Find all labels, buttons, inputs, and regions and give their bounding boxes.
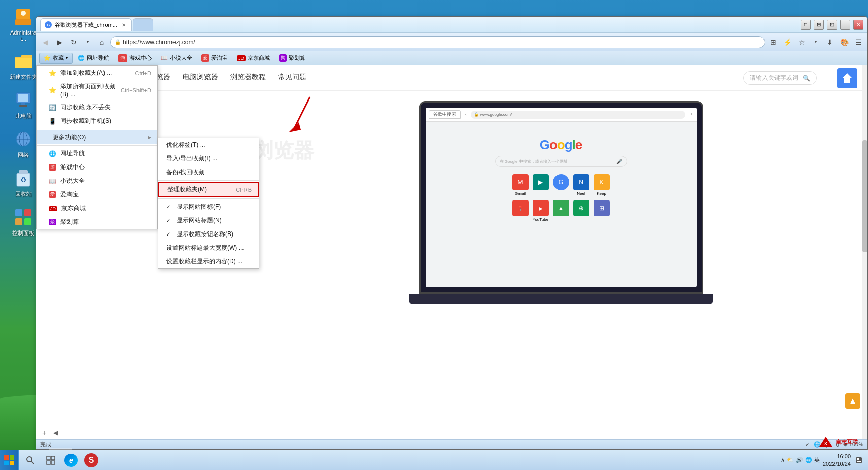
bm-site-nav[interactable]: 🌐 网址导航 [37,147,157,160]
skin-btn[interactable]: 🎨 [838,36,850,48]
site-search[interactable]: 请输入关键字或词 🔍 [743,71,817,85]
tray-expand-icon[interactable]: ∧ [781,457,785,463]
submenu-max-width[interactable]: 设置网站标题最大宽度(W) ... [158,241,259,255]
favorites-chevron: ▾ [66,56,68,60]
manage-shortcut: Ctrl+B [236,187,252,193]
bm-submenu-more: 优化标签(T) ... 导入/导出收藏(I) ... 备份/找回收藏 整理收藏夹… [158,138,259,269]
bookmark-nav[interactable]: 🌐 网址导航 [74,53,113,64]
bm-add-to-favorites[interactable]: ⭐ 添加到收藏夹(A) ... Ctrl+D [37,66,157,80]
scrollbar-thumb[interactable] [862,140,867,252]
tab-close-btn[interactable]: ✕ [120,21,127,28]
bookmark-jd[interactable]: JD 京东商城 [233,53,274,64]
win-restore-btn[interactable]: ⊟ [814,20,824,30]
bm-games-label: 游戏中心 [60,163,85,172]
win-maxrestore-btn[interactable]: ⊡ [827,20,837,30]
optimize-label: 优化标签(T) ... [166,141,205,149]
nav-link-tutorial[interactable]: 浏览器教程 [230,73,266,84]
add-favorites-icon: ⭐ [49,70,56,77]
show-icon-label: 显示网站图标(F) [177,203,221,211]
lightning-btn[interactable]: ⚡ [781,36,793,48]
download-manager-btn[interactable]: ⬇ [824,36,836,48]
extensions-btn[interactable]: ⊞ [767,36,779,48]
scroll-left-btn[interactable]: ◀ [50,428,60,438]
admin-label: Administrat... [7,29,40,42]
favorites-dropdown-btn[interactable]: ▾ [810,36,822,48]
bookmark-games[interactable]: 游 游戏中心 [114,53,156,64]
nav-link-faq[interactable]: 常见问题 [278,73,306,84]
menu-btn[interactable]: ☰ [852,36,864,48]
bm-sync-label: 同步收藏 永不丢失 [60,103,111,112]
svg-line-29 [31,461,34,464]
taskbar-taskview-btn[interactable] [42,451,60,469]
bm-sync-never-lose[interactable]: 🔄 同步收藏 永不丢失 [37,100,157,114]
network-icon [13,129,33,149]
games-icon-bm: 游 [49,164,56,171]
svg-text:♻: ♻ [20,176,27,184]
submenu-manage[interactable]: 整理收藏夹(M) Ctrl+B [158,182,259,197]
submenu-show-title[interactable]: ✓ 显示网站标题(N) [158,214,259,227]
taskbar-ie-btn[interactable]: e [62,451,80,469]
tray-lang-label[interactable]: 英 [814,456,820,464]
show-btn-name-label: 显示收藏按钮名称(B) [177,230,233,239]
browser-tab-inactive[interactable] [133,18,153,31]
bm-juhua[interactable]: 聚 聚划算 [37,215,157,229]
bookmark-juhua[interactable]: 聚 聚划算 [275,53,309,64]
browser-scrollbar[interactable] [862,65,867,439]
laptop-base [409,294,713,304]
bm-novels[interactable]: 📖 小说大全 [37,174,157,188]
browser-win-controls: □ ⊟ ⊡ _ ✕ [801,20,863,30]
chrome-laptop: 谷歌中搜索 × 🔒 www.google.com/ ⋮ [419,101,703,294]
bm-more-label: 更多功能(O) [53,133,86,142]
refresh-btn[interactable]: ↻ [67,36,80,48]
browser-tab-active[interactable]: G 谷歌浏览器下载_chrom... ✕ [40,18,132,31]
search-placeholder-text: 请输入关键字或词 [750,74,798,82]
svg-rect-25 [10,455,14,460]
bookmark-novels[interactable]: 📖 小说大全 [157,53,196,64]
address-bar[interactable]: 🔒 https://www.chromezj.com/ [110,36,765,48]
refresh-dropdown-btn[interactable]: ▾ [82,36,94,48]
scroll-top-btn[interactable]: ▲ [845,393,860,409]
submenu-show-icon[interactable]: ✓ 显示网站图标(F) [158,200,259,214]
notification-btn[interactable] [854,453,864,468]
nav-link-pc-browser[interactable]: 电脑浏览器 [183,73,218,84]
back-btn[interactable]: ◀ [39,36,51,48]
bm-sync-phone[interactable]: 📱 同步收藏到手机(S) [37,114,157,128]
bm-jd[interactable]: JD 京东商城 [37,202,157,215]
svg-rect-35 [857,458,859,460]
submenu-show-btn-name[interactable]: ✓ 显示收藏按钮名称(B) [158,227,259,241]
submenu-import-export[interactable]: 导入/导出收藏(I) ... [158,152,259,165]
taskbar-sogou-btn[interactable]: S [82,451,100,469]
bookmark-favorites[interactable]: ⭐ 收藏 ▾ [39,53,73,64]
bookmark-taobao[interactable]: 爱 爱淘宝 [197,53,232,64]
bm-taobao[interactable]: 爱 爱淘宝 [37,188,157,202]
g-app-youtube: ▶ YouTube [533,200,549,222]
bm-more-functions[interactable]: 更多功能(O) [37,130,157,144]
svg-rect-6 [19,105,27,107]
favorites-btn[interactable]: ☆ [795,36,808,48]
tray-speaker-icon[interactable]: 🔊 [796,457,803,463]
taskbar-search-btn[interactable] [21,451,40,469]
google-apps-row-2: 📍 ▶ YouTube [512,200,610,222]
home-btn[interactable]: ⌂ [96,36,108,48]
google-browser-toolbar: 谷歌中搜索 × 🔒 www.google.com/ ⋮ [426,108,697,122]
bm-taobao-label: 爱淘宝 [60,190,79,199]
win-close-btn[interactable]: ✕ [853,20,863,30]
submenu-backup[interactable]: 备份/找回收藏 [158,165,259,179]
tray-network-icon[interactable]: 🌐 [805,457,812,463]
phone-icon: 📱 [49,118,56,125]
bm-games[interactable]: 游 游戏中心 [37,160,157,174]
clock-date: 2022/10/24 [823,460,851,467]
win-minimize-btn[interactable]: □ [801,20,811,30]
content-display-label: 设置收藏栏显示的内容(D) ... [166,257,242,266]
win-maximize-btn[interactable]: _ [840,20,850,30]
add-tab-btn[interactable]: + [39,428,49,438]
forward-btn[interactable]: ▶ [53,36,65,48]
taskbar-clock[interactable]: 16:00 2022/10/24 [823,453,851,467]
status-icon-complete: ✓ [805,441,810,448]
nav-icon: 🌐 [78,55,85,61]
submenu-content-display[interactable]: 设置收藏栏显示的内容(D) ... [158,255,259,268]
bm-add-all[interactable]: ⭐ 添加所有页面到收藏(B) ... Ctrl+Shift+D [37,80,157,100]
submenu-optimize[interactable]: 优化标签(T) ... [158,138,259,152]
desktop: Administrat... 新建文件夹 此电脑 [0,0,868,470]
start-button[interactable] [0,450,19,471]
